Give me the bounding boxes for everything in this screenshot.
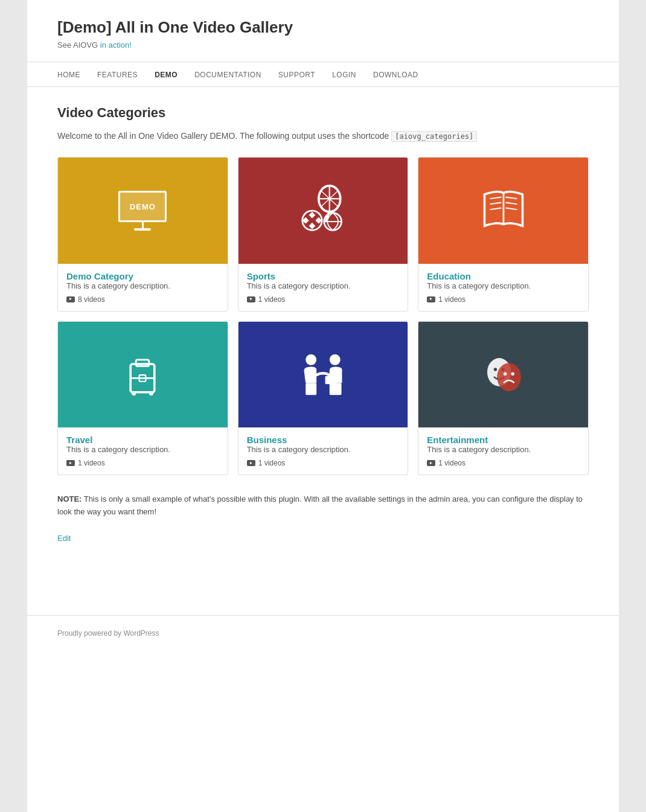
footer-credit-link[interactable]: Proudly powered by WordPress (57, 629, 159, 638)
svg-rect-31 (330, 383, 342, 395)
note-label: NOTE: (57, 494, 82, 504)
svg-line-16 (490, 208, 501, 210)
svg-point-30 (330, 354, 341, 365)
category-name-travel[interactable]: Travel (66, 435, 92, 445)
nav-link-documentation[interactable]: DOCUMENTATION (194, 71, 261, 79)
category-desc-entertainment: This is a category description. (427, 445, 580, 454)
category-name-entertainment[interactable]: Entertainment (427, 435, 488, 445)
edit-link-container: Edit (57, 533, 589, 543)
svg-line-19 (505, 208, 517, 210)
category-thumb-business (238, 322, 408, 427)
main-content: Video Categories Welcome to the All in O… (27, 87, 619, 579)
svg-line-17 (505, 197, 517, 199)
category-count-business: 1 videos (247, 459, 400, 467)
category-thumb-education (418, 158, 588, 263)
footer-credit: Proudly powered by WordPress (57, 628, 589, 638)
sports-icon (296, 184, 350, 238)
svg-point-24 (132, 391, 136, 395)
page-wrapper: [Demo] All in One Video Gallery See AIOV… (27, 0, 619, 812)
category-desc-demo: This is a category description. (66, 281, 219, 290)
svg-marker-7 (309, 212, 316, 219)
category-thumb-entertainment (418, 322, 588, 427)
svg-point-25 (149, 391, 153, 395)
book-icon (476, 184, 531, 238)
category-count-education: 1 videos (427, 295, 580, 304)
video-icon-travel (66, 460, 75, 466)
category-count-text-sports: 1 videos (258, 295, 286, 304)
category-card-demo[interactable]: DEMO Demo Category This is a category de… (57, 157, 228, 311)
category-info-demo: Demo Category This is a category descrip… (58, 264, 228, 311)
category-thumb-sports (238, 158, 408, 263)
category-card-business[interactable]: Business This is a category description.… (238, 321, 409, 475)
nav-link-login[interactable]: LOGIN (332, 71, 356, 79)
nav-item-demo: DEMO (155, 69, 177, 79)
monitor-icon: DEMO (118, 191, 167, 231)
category-card-entertainment[interactable]: Entertainment This is a category descrip… (418, 321, 589, 475)
site-footer: Proudly powered by WordPress (27, 615, 619, 650)
nav-link-download[interactable]: DOWNLOAD (373, 71, 418, 79)
category-name-demo[interactable]: Demo Category (66, 271, 133, 281)
svg-line-18 (505, 203, 517, 205)
nav-link-support[interactable]: SUPPORT (278, 71, 315, 79)
svg-line-14 (490, 197, 501, 199)
svg-marker-10 (309, 223, 316, 229)
shortcode-label: [aiovg_categories] (391, 131, 477, 142)
nav-link-home[interactable]: HOME (57, 71, 80, 79)
site-header: [Demo] All in One Video Gallery See AIOV… (27, 0, 619, 62)
svg-rect-21 (136, 359, 150, 366)
categories-grid: DEMO Demo Category This is a category de… (57, 157, 589, 475)
nav-link-features[interactable]: FEATURES (97, 71, 138, 79)
category-desc-travel: This is a category description. (66, 445, 219, 454)
video-icon-demo (66, 296, 75, 302)
description-before: Welcome to the All in One Video Gallery … (57, 131, 391, 141)
monitor-screen: DEMO (118, 191, 167, 222)
video-icon-sports (247, 296, 255, 302)
category-count-text-travel: 1 videos (78, 459, 105, 467)
note-box: NOTE: This is only a small example of wh… (57, 493, 589, 519)
monitor-stand (142, 222, 144, 228)
page-title: Video Categories (57, 105, 589, 121)
site-title: [Demo] All in One Video Gallery (57, 18, 589, 37)
category-thumb-demo: DEMO (58, 158, 228, 263)
category-card-travel[interactable]: Travel This is a category description. 1… (57, 321, 228, 475)
category-desc-sports: This is a category description. (247, 281, 400, 290)
category-count-text-entertainment: 1 videos (438, 459, 465, 467)
svg-line-15 (490, 203, 501, 205)
edit-link[interactable]: Edit (57, 534, 71, 543)
svg-point-26 (305, 354, 316, 365)
handshake-icon (296, 348, 350, 402)
category-card-sports[interactable]: Sports This is a category description. 1… (238, 157, 409, 311)
category-count-text-education: 1 videos (438, 295, 465, 304)
category-count-text-demo: 8 videos (78, 295, 105, 304)
category-count-demo: 8 videos (66, 295, 219, 304)
video-icon-business (247, 460, 255, 466)
category-info-business: Business This is a category description.… (238, 427, 408, 475)
category-count-text-business: 1 videos (258, 459, 286, 467)
category-count-travel: 1 videos (66, 459, 219, 467)
suitcase-icon (115, 348, 170, 402)
video-icon-education (427, 296, 435, 302)
category-name-sports[interactable]: Sports (247, 271, 276, 281)
nav-item-download: DOWNLOAD (373, 69, 418, 79)
category-info-sports: Sports This is a category description. 1… (238, 264, 408, 311)
category-info-entertainment: Entertainment This is a category descrip… (418, 427, 588, 475)
category-name-education[interactable]: Education (427, 271, 471, 281)
monitor-base (134, 228, 151, 231)
video-icon-entertainment (427, 460, 435, 466)
nav-link-demo[interactable]: DEMO (155, 71, 177, 79)
tagline-link[interactable]: in action! (100, 40, 132, 50)
svg-point-37 (511, 372, 514, 375)
category-desc-business: This is a category description. (247, 445, 400, 454)
category-card-education[interactable]: Education This is a category description… (418, 157, 589, 311)
category-info-education: Education This is a category description… (418, 264, 588, 311)
category-count-sports: 1 videos (247, 295, 400, 304)
note-text: This is only a small example of what's p… (57, 494, 583, 516)
nav-item-support: SUPPORT (278, 69, 315, 79)
svg-point-35 (497, 363, 521, 391)
theater-icon (476, 348, 531, 402)
category-name-business[interactable]: Business (247, 435, 287, 445)
category-count-entertainment: 1 videos (427, 459, 580, 467)
nav-item-home: HOME (57, 69, 80, 79)
tagline-text-before: See AIOVG (57, 40, 100, 50)
category-thumb-travel (58, 322, 228, 427)
